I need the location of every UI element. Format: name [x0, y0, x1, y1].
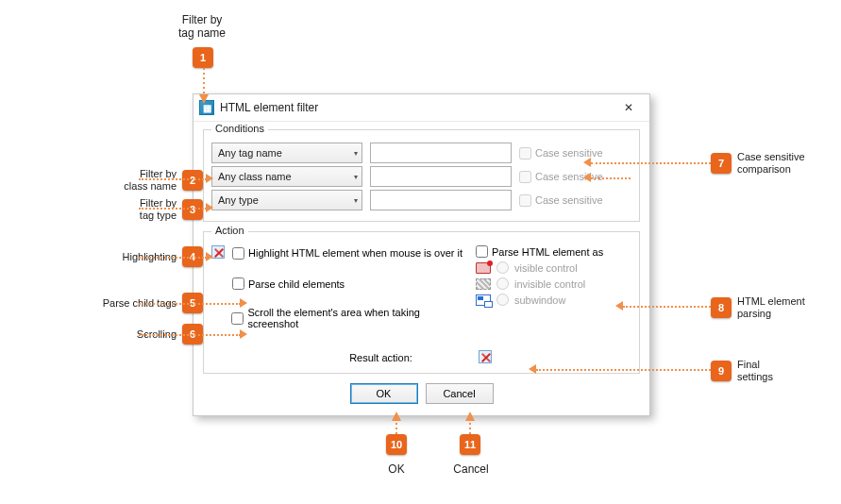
classname-input[interactable]: [370, 166, 512, 187]
classname-select[interactable]: Any class name ▾: [211, 166, 362, 187]
cancel-button[interactable]: Cancel: [426, 383, 494, 404]
callout-3-label: Filter by tag type: [140, 197, 177, 222]
callout-9-badge: 9: [711, 361, 732, 381]
type-select[interactable]: Any type ▾: [211, 190, 362, 210]
result-state-icon: [479, 350, 494, 365]
callout-1-label: Filter by tag name: [160, 13, 244, 40]
type-case-checkbox[interactable]: Case sensitive: [519, 194, 603, 207]
classname-case-checkbox[interactable]: Case sensitive: [519, 171, 603, 183]
action-group: Action Highlight HTML element when mouse…: [203, 231, 640, 374]
radio-visible[interactable]: visible control: [476, 261, 631, 274]
scroll-checkbox[interactable]: Scroll the element's area when taking sc…: [231, 307, 464, 329]
ok-button[interactable]: OK: [350, 383, 418, 404]
radio-invisible[interactable]: invisible control: [476, 277, 631, 290]
callout-7-badge: 7: [711, 153, 732, 174]
conditions-legend: Conditions: [211, 123, 268, 134]
chevron-down-icon: ▾: [354, 173, 358, 181]
condition-row-tagname: Any tag name ▾ Case sensitive: [211, 143, 631, 163]
callout-8-badge: 8: [711, 297, 732, 318]
callout-10-label: OK: [373, 462, 420, 476]
condition-row-type: Any type ▾ Case sensitive: [211, 190, 631, 210]
dialog-title: HTML element filter: [220, 101, 318, 114]
callout-9-label: Final settings: [737, 359, 773, 383]
type-input[interactable]: [370, 190, 512, 210]
callout-3-badge: 3: [182, 199, 203, 220]
callout-11-badge: 11: [460, 434, 480, 455]
result-action-label: Result action:: [349, 352, 412, 363]
subwindow-icon: [476, 294, 491, 306]
conditions-group: Conditions Any tag name ▾ Case sensitive…: [203, 129, 640, 222]
visible-control-icon: [476, 262, 491, 274]
dialog-window: ▦ HTML element filter ✕ Conditions Any t…: [193, 93, 650, 416]
parse-child-checkbox[interactable]: Parse child elements: [232, 277, 345, 290]
radio-subwindow[interactable]: subwindow: [476, 294, 631, 306]
titlebar: ▦ HTML element filter ✕: [193, 94, 649, 122]
tagname-input[interactable]: [370, 143, 512, 163]
callout-1-badge: 1: [193, 47, 213, 68]
tagname-select[interactable]: Any tag name ▾: [211, 143, 362, 163]
highlight-checkbox[interactable]: Highlight HTML element when mouse is ove…: [232, 247, 463, 260]
app-icon: ▦: [199, 100, 214, 115]
callout-2-label: Filter by class name: [124, 168, 177, 193]
callout-2-badge: 2: [182, 170, 203, 191]
callout-11-label: Cancel: [445, 462, 497, 476]
chevron-down-icon: ▾: [354, 196, 358, 205]
classname-select-value: Any class name: [218, 171, 292, 182]
tagname-case-checkbox[interactable]: Case sensitive: [519, 147, 603, 160]
parse-as-checkbox[interactable]: Parse HTML element as: [476, 245, 603, 258]
tagname-select-value: Any tag name: [218, 147, 282, 159]
type-select-value: Any type: [218, 194, 259, 206]
callout-10-badge: 10: [386, 434, 407, 455]
chevron-down-icon: ▾: [354, 149, 358, 158]
highlight-state-icon: [211, 245, 227, 260]
callout-8-label: HTML element parsing: [737, 295, 805, 320]
condition-row-classname: Any class name ▾ Case sensitive: [211, 166, 631, 187]
callout-7-label: Case sensitive comparison: [737, 151, 805, 176]
action-legend: Action: [211, 225, 248, 236]
close-button[interactable]: ✕: [614, 98, 644, 117]
invisible-control-icon: [476, 278, 491, 290]
